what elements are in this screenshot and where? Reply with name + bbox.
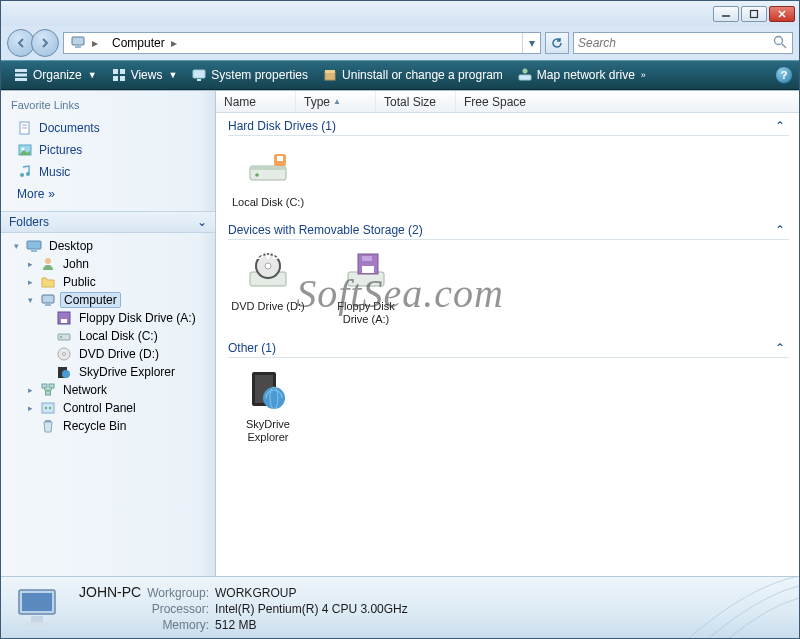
uninstall-button[interactable]: Uninstall or change a program xyxy=(316,64,509,86)
svg-rect-49 xyxy=(250,166,286,170)
svg-rect-42 xyxy=(49,384,54,388)
svg-rect-34 xyxy=(61,319,67,323)
network-icon xyxy=(40,382,56,398)
svg-point-6 xyxy=(775,36,783,44)
folders-header[interactable]: Folders⌄ xyxy=(1,211,215,233)
item-skydrive[interactable]: SkyDrive Explorer xyxy=(228,366,308,444)
map-drive-label: Map network drive xyxy=(537,68,635,82)
organize-menu[interactable]: Organize▼ xyxy=(7,64,103,86)
breadcrumb-root[interactable]: ▸ xyxy=(64,33,106,53)
views-icon xyxy=(111,67,127,83)
group-removable: Devices with Removable Storage (2)⌃ DVD … xyxy=(228,223,789,326)
tree-desktop[interactable]: ▾Desktop xyxy=(9,237,211,255)
drive-dvd[interactable]: DVD DVD Drive (D:) xyxy=(228,248,308,326)
col-total-size[interactable]: Total Size xyxy=(376,91,456,112)
maximize-button[interactable] xyxy=(741,6,767,22)
svg-rect-35 xyxy=(58,334,70,340)
collapse-icon[interactable]: ▾ xyxy=(25,295,36,306)
col-type[interactable]: Type▲ xyxy=(296,91,376,112)
memory-label: Memory: xyxy=(147,618,209,632)
search-input[interactable] xyxy=(578,36,768,50)
fav-documents[interactable]: Documents xyxy=(11,117,215,139)
nav-forward-button[interactable] xyxy=(31,29,59,57)
svg-rect-19 xyxy=(519,75,531,80)
drive-floppy[interactable]: Floppy Disk Drive (A:) xyxy=(326,248,406,326)
tree-floppy[interactable]: Floppy Disk Drive (A:) xyxy=(9,309,211,327)
floppy-drive-icon xyxy=(342,248,390,296)
svg-point-46 xyxy=(49,407,51,409)
collapse-icon[interactable]: ▾ xyxy=(11,241,22,252)
svg-rect-14 xyxy=(120,76,125,81)
svg-point-26 xyxy=(20,173,24,177)
col-name[interactable]: Name xyxy=(216,91,296,112)
svg-text:DVD: DVD xyxy=(255,248,281,262)
tree-dvd[interactable]: DVD Drive (D:) xyxy=(9,345,211,363)
tree-network[interactable]: ▸Network xyxy=(9,381,211,399)
svg-rect-43 xyxy=(46,391,51,395)
user-icon xyxy=(40,256,56,272)
refresh-button[interactable] xyxy=(545,32,569,54)
expand-icon[interactable]: ▸ xyxy=(25,277,36,288)
organize-label: Organize xyxy=(33,68,82,82)
svg-rect-18 xyxy=(325,70,335,73)
floppy-icon xyxy=(56,310,72,326)
network-drive-icon xyxy=(517,67,533,83)
system-properties-button[interactable]: System properties xyxy=(185,64,314,86)
svg-rect-12 xyxy=(120,69,125,74)
svg-point-20 xyxy=(522,69,527,74)
uninstall-label: Uninstall or change a program xyxy=(342,68,503,82)
address-bar[interactable]: ▸ Computer ▸ ▾ xyxy=(63,32,541,54)
help-button[interactable]: ? xyxy=(775,66,793,84)
content-pane: Name Type▲ Total Size Free Space Hard Di… xyxy=(216,91,799,576)
svg-rect-61 xyxy=(362,266,374,273)
skydrive-icon xyxy=(244,366,292,414)
svg-point-40 xyxy=(62,370,70,378)
fav-pictures[interactable]: Pictures xyxy=(11,139,215,161)
svg-rect-41 xyxy=(42,384,47,388)
minimize-button[interactable] xyxy=(713,6,739,22)
tree-local-disk[interactable]: Local Disk (C:) xyxy=(9,327,211,345)
svg-point-50 xyxy=(255,173,259,177)
svg-point-30 xyxy=(45,258,51,264)
chevron-down-icon: ⌄ xyxy=(197,215,207,229)
map-drive-button[interactable]: Map network drive» xyxy=(511,64,652,86)
chevron-right-icon: » xyxy=(641,70,646,80)
chevron-right-icon: ▸ xyxy=(169,36,179,50)
favorites-header: Favorite Links xyxy=(11,97,215,117)
drive-local-disk[interactable]: Local Disk (C:) xyxy=(228,144,308,209)
views-menu[interactable]: Views▼ xyxy=(105,64,184,86)
tree-public[interactable]: ▸Public xyxy=(9,273,211,291)
views-label: Views xyxy=(131,68,163,82)
close-button[interactable] xyxy=(769,6,795,22)
fav-more[interactable]: More» xyxy=(11,183,215,203)
tree-john[interactable]: ▸John xyxy=(9,255,211,273)
computer-icon xyxy=(13,584,65,632)
tree-computer[interactable]: ▾Computer xyxy=(9,291,211,309)
collapse-group-button[interactable]: ⌃ xyxy=(775,119,789,133)
col-free-space[interactable]: Free Space xyxy=(456,91,556,112)
chevron-right-icon: ▸ xyxy=(90,36,100,50)
fav-music[interactable]: Music xyxy=(11,161,215,183)
svg-rect-52 xyxy=(277,156,283,161)
svg-rect-68 xyxy=(31,616,43,622)
svg-point-56 xyxy=(265,263,271,269)
drive-label: Local Disk (C:) xyxy=(228,196,308,209)
address-dropdown[interactable]: ▾ xyxy=(522,33,540,53)
search-box[interactable] xyxy=(573,32,793,54)
folder-tree: ▾Desktop ▸John ▸Public ▾Computer Floppy … xyxy=(1,233,215,576)
music-icon xyxy=(17,164,33,180)
expand-icon[interactable]: ▸ xyxy=(25,385,36,396)
tree-control-panel[interactable]: ▸Control Panel xyxy=(9,399,211,417)
collapse-group-button[interactable]: ⌃ xyxy=(775,341,789,355)
breadcrumb-computer[interactable]: Computer ▸ xyxy=(106,33,185,53)
svg-point-27 xyxy=(26,172,30,176)
expand-icon[interactable]: ▸ xyxy=(25,403,36,414)
svg-rect-16 xyxy=(197,79,201,81)
svg-rect-31 xyxy=(42,295,54,303)
collapse-group-button[interactable]: ⌃ xyxy=(775,223,789,237)
monitor-icon xyxy=(191,67,207,83)
tree-skydrive[interactable]: SkyDrive Explorer xyxy=(9,363,211,381)
tree-recycle-bin[interactable]: Recycle Bin xyxy=(9,417,211,435)
svg-rect-44 xyxy=(42,403,54,413)
expand-icon[interactable]: ▸ xyxy=(25,259,36,270)
